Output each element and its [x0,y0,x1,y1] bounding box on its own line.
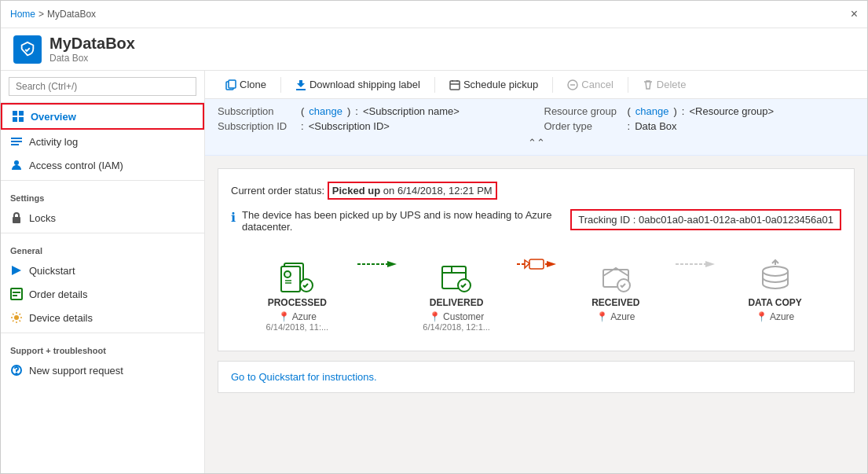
step-data-copy: DATA COPY 📍 Azure [715,258,835,322]
schedule-label: Schedule pickup [463,79,538,90]
arrow-2 [517,258,556,270]
close-button[interactable]: × [851,7,858,21]
delete-label: Delete [657,79,687,90]
svg-point-24 [284,271,291,277]
sidebar-divider-3 [1,333,204,333]
step-delivered-pin-icon: 📍 [429,311,441,322]
tracking-id-box: Tracking ID : 0abc01a0-aa01-012a-ab01-0a… [570,209,841,230]
page-content: Current order status: Picked up on 6/14/… [205,156,867,473]
sidebar-item-quickstart-label: Quickstart [29,265,75,277]
info-message: ℹ The device has been picked up by UPS a… [231,209,841,233]
status-card: Current order status: Picked up on 6/14/… [218,168,855,351]
breadcrumb-home[interactable]: Home [10,9,35,20]
sidebar-item-order-details-label: Order details [29,288,87,300]
svg-rect-31 [529,259,544,269]
download-shipping-label-button[interactable]: Download shipping label [288,75,428,94]
svg-point-7 [14,160,19,165]
sidebar-item-support-request[interactable]: New support request [1,358,204,382]
cancel-button[interactable]: Cancel [559,75,621,94]
app-title-group: MyDataBox Data Box [49,35,135,64]
support-request-icon [10,364,23,377]
app-header: MyDataBox Data Box [1,28,867,71]
status-highlight: Picked up on 6/14/2018, 12:21 PM [328,182,497,200]
databox-icon [19,41,36,58]
arrow-1 [357,258,397,270]
svg-rect-2 [13,117,17,122]
download-icon [295,79,306,90]
subscription-change-link[interactable]: change [309,105,342,117]
clone-icon [225,79,236,90]
step-received-icon [596,258,635,297]
sidebar-item-activity-log[interactable]: Activity log [1,130,204,153]
cancel-icon [567,79,578,90]
step-processed: PROCESSED 📍 Azure 6/14/2018, 11:... [237,258,357,332]
subscription-row: Subscription (change) : <Subscription na… [218,105,529,117]
overview-icon [12,110,24,123]
sidebar-item-overview[interactable]: Overview [1,103,204,130]
subscription-id-value: <Subscription ID> [309,120,390,132]
svg-rect-6 [11,144,19,145]
sidebar-item-access-control[interactable]: Access control (IAM) [1,153,204,177]
info-bar-collapse-button[interactable]: ⌃⌃ [218,137,855,149]
quickstart-icon [10,264,23,277]
step-delivered-sublabel: 📍 Customer [429,311,484,322]
quickstart-link[interactable]: Go to Quickstart for instructions. [231,371,377,383]
step-data-copy-icon [756,258,795,297]
step-processed-date: 6/14/2018, 11:... [266,322,329,332]
subscription-value: <Subscription name> [363,105,460,117]
search-input[interactable] [9,77,196,96]
resource-group-paren-open: ( [628,105,631,117]
sidebar-item-device-details-label: Device details [29,312,93,324]
step-received-pin-icon: 📍 [596,311,608,322]
subscription-paren-open: ( [301,105,304,117]
sidebar-item-activity-log-label: Activity log [29,136,78,148]
delete-icon [643,79,654,90]
step-delivered-location: Customer [443,311,484,322]
step-processed-sublabel: 📍 Azure [278,311,317,322]
step-delivered-date: 6/14/2018, 12:1... [423,322,490,332]
collapse-chevrons: ⌃⌃ [528,137,545,149]
arrow-3 [676,258,715,270]
svg-point-13 [14,315,19,320]
resource-group-label: Resource group [544,105,623,117]
resource-group-change-link[interactable]: change [635,105,669,117]
step-processed-icon [277,258,317,297]
step-data-copy-pin-icon: 📍 [756,311,767,322]
svg-marker-9 [12,266,21,275]
device-details-icon [10,311,23,324]
svg-marker-36 [705,261,715,267]
step-delivered-icon [437,258,476,297]
toolbar-divider-4 [628,77,628,93]
info-bar: Subscription (change) : <Subscription na… [205,99,867,156]
clone-button[interactable]: Clone [218,75,274,94]
svg-point-15 [16,373,17,375]
svg-rect-19 [450,81,460,90]
support-section-label: Support + troubleshoot [1,336,204,358]
svg-rect-8 [13,217,20,223]
info-message-text: The device has been picked up by UPS and… [242,209,564,233]
sidebar-item-device-details[interactable]: Device details [1,306,204,329]
schedule-icon [449,79,460,90]
sidebar-item-order-details[interactable]: Order details [1,282,204,306]
step-processed-label: PROCESSED [268,297,327,308]
svg-point-37 [763,266,788,276]
toolbar-divider-2 [434,77,435,93]
step-delivered-label: DELIVERED [430,297,484,308]
svg-marker-26 [387,261,397,267]
sidebar-divider-2 [1,233,204,233]
progress-steps: PROCESSED 📍 Azure 6/14/2018, 11:... [231,245,841,338]
delete-button[interactable]: Delete [635,75,694,94]
subscription-id-colon: : [301,120,304,132]
general-section-label: General [1,237,204,259]
svg-rect-10 [11,288,22,299]
schedule-pickup-button[interactable]: Schedule pickup [441,75,546,94]
resource-group-colon: : [682,105,685,117]
svg-rect-0 [13,111,17,116]
activity-log-icon [10,135,23,148]
sidebar-item-quickstart[interactable]: Quickstart [1,259,204,282]
settings-section-label: Settings [1,184,204,206]
order-type-colon: : [628,120,631,132]
sidebar-item-locks[interactable]: Locks [1,206,204,230]
title-bar: Home > MyDataBox × [1,1,867,28]
info-icon: ℹ [231,210,236,225]
